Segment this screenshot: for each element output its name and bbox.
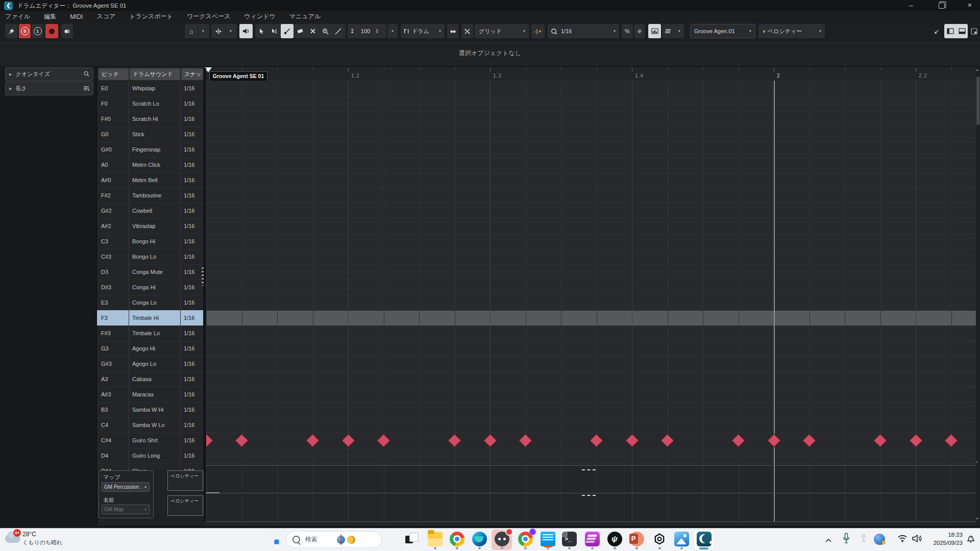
drum-note[interactable] [873,434,887,447]
drum-map-value[interactable]: Groove Agen.01 [691,28,737,34]
drum-row-Fs0[interactable]: F#0Scratch Hi1/16 [97,111,204,127]
drum-note[interactable] [590,434,603,447]
taskbar-app-photos[interactable] [671,530,692,550]
drumstick-tool[interactable] [281,24,293,38]
drum-note[interactable] [660,434,674,447]
solo-button[interactable]: S [19,24,31,38]
column-divider[interactable] [129,81,129,470]
menu-item-0[interactable]: ファイル [5,12,30,21]
drum-note[interactable] [731,434,745,447]
taskbar-app-edge[interactable] [469,530,489,550]
step-input-button[interactable]: 1 [32,24,43,38]
drum-note[interactable] [483,434,497,447]
part-list-value[interactable]: ドラム [410,28,431,35]
drum-row-D3[interactable]: D3Conga Mute1/16 [97,264,204,280]
taskbar-clock[interactable]: 18:23 2025/09/23 [923,531,963,547]
drum-note[interactable] [306,434,320,447]
taskbar-app-chrome-profile[interactable] [515,530,535,550]
controller-dropdown[interactable]: ▼ [816,30,825,33]
lane-preset-dropdown[interactable]: ▼ [675,30,684,33]
weather-temperature[interactable]: 28°C [22,531,36,538]
quantize-panel-button[interactable]: e [634,24,645,38]
open-in-lower-zone-button[interactable]: ↙ [931,24,942,38]
line-tool[interactable] [332,24,345,38]
window-setup-button[interactable] [969,24,979,38]
acoustic-feedback-button[interactable] [61,24,73,38]
part-borders-button[interactable]: ◆◆ [447,24,458,38]
zoom-tool[interactable] [319,24,332,38]
part-name-tab[interactable]: Groove Agent SE 01 [209,71,267,82]
scroll-up-icon[interactable]: ▲ [975,68,979,71]
iterative-quantize-button[interactable]: % [622,24,633,38]
controller-lane1-selector[interactable]: ベロシティー [167,470,203,491]
home-icon[interactable]: ⌂ [185,28,198,35]
drum-note[interactable] [341,434,355,447]
drum-row-D4[interactable]: D4Guiro Long1/16 [97,448,204,464]
velocity-stepper[interactable]: ▲▼ [374,29,380,34]
drum-note[interactable] [377,434,390,447]
quantize-value[interactable]: 1/16 [557,28,574,34]
controller-lane2-selector[interactable]: ベロシティー [167,495,203,516]
drum-row-G3[interactable]: G3Agogo Hi1/16 [97,341,204,357]
menu-item-5[interactable]: ワークスペース [187,12,230,21]
drum-row-A3[interactable]: A3Cabasa1/16 [97,371,204,387]
drum-note[interactable] [767,434,781,447]
velocity-lane-area[interactable] [206,465,976,521]
name-select[interactable]: GM Map▼ [102,505,150,514]
taskbar-app-powerpoint[interactable] [626,530,647,550]
taskbar-app-task-view[interactable] [401,530,422,550]
autoscroll-icon[interactable] [211,28,226,35]
tray-accessibility-icon[interactable] [860,534,868,545]
object-time-select-tool[interactable] [268,24,281,38]
layers-icon[interactable] [665,28,672,34]
column-header-pitch[interactable]: ピッチ [99,68,129,80]
menu-item-6[interactable]: ウィンドウ [244,12,275,21]
eraser-tool[interactable] [293,24,306,38]
start-button[interactable] [269,534,280,545]
search-box[interactable]: 検索 [286,531,382,548]
mute-tool[interactable] [306,24,319,38]
menu-item-2[interactable]: MIDI [70,13,83,20]
snap-mode-button[interactable]: -|+ [531,24,545,38]
column-header-drumsound[interactable]: ドラムサウンド [130,68,180,80]
drum-note[interactable] [235,434,249,447]
taskbar-app-cubase[interactable] [694,530,714,550]
drum-row-B3[interactable]: B3Samba W Hi1/16 [97,402,204,418]
vertical-scrollbar[interactable] [976,67,980,525]
taskbar-app-explorer[interactable] [425,530,445,550]
taskbar-app-terminal[interactable] [559,530,579,550]
timeline-ruler[interactable]: 1.21.31.422.2 [206,67,976,81]
menu-item-1[interactable]: 編集 [44,12,56,21]
grid-type-value[interactable]: グリッド [475,28,504,35]
quantize-panel-header[interactable]: ▶ クオンタイズ [5,67,93,81]
drum-map-dropdown[interactable]: ▼ [746,30,755,33]
tray-app-sphere-icon[interactable] [874,534,885,545]
map-select[interactable]: GM Percussion .▼ [102,482,150,492]
close-button[interactable]: × [960,0,980,11]
tray-microphone-icon[interactable] [842,533,850,546]
drum-row-Gs0[interactable]: G#0Fingersnap1/16 [97,142,204,158]
taskbar-app-notes-app[interactable] [537,530,558,550]
column-divider[interactable] [180,81,181,470]
drum-note[interactable] [625,434,639,447]
drum-row-Ds4[interactable]: D#4Clave1/16 [97,463,204,470]
drum-row-G0[interactable]: G0Stick1/16 [97,127,204,142]
drum-row-Fs3[interactable]: F#3Timbale Lo1/16 [97,325,204,341]
tray-notification-bell-icon[interactable]: z [966,534,976,546]
drum-row-Cs4[interactable]: C#4Guiro Shrt1/16 [97,433,204,448]
drum-note[interactable] [909,434,923,447]
length-panel-header[interactable]: ▶ 長さ [5,82,93,95]
home-dropdown[interactable]: ▼ [199,30,208,33]
select-tool[interactable] [255,24,268,38]
drum-note[interactable] [448,434,461,447]
autoscroll-dropdown[interactable]: ▼ [226,30,235,33]
drum-row-C4[interactable]: C4Samba W Lo1/16 [97,417,204,433]
drum-row-C3[interactable]: C3Bongo Hi1/16 [97,234,204,249]
controller-lane-setup-button[interactable] [648,24,661,38]
scrollbar-thumb[interactable] [976,77,979,125]
controller-value[interactable]: ベロシティー [766,28,804,35]
tray-chevron-up-icon[interactable] [825,536,832,545]
drum-row-Cs3[interactable]: C#3Bongo Lo1/16 [97,249,204,265]
minimize-button[interactable]: – [901,0,921,11]
menu-item-7[interactable]: マニュアル [289,12,321,21]
